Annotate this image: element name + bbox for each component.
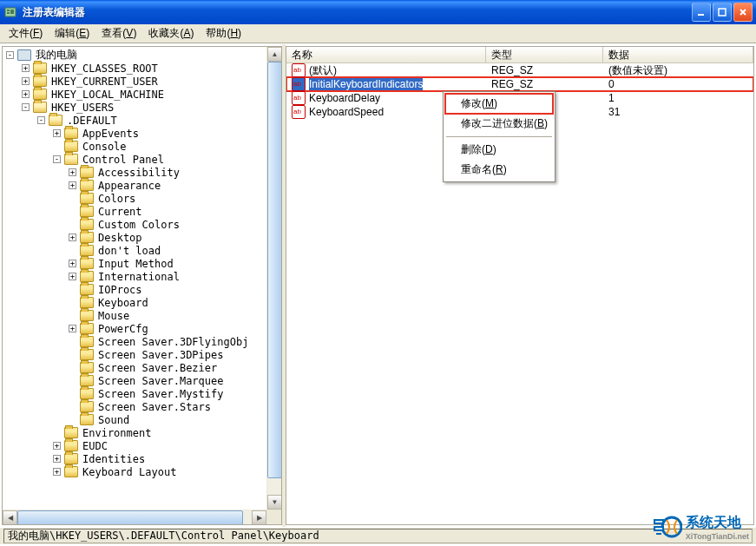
tree-node-mouse[interactable]: Mouse (4, 309, 279, 322)
string-value-icon (292, 91, 306, 105)
tree-node-keyboardLayout[interactable]: +Keyboard Layout (4, 465, 279, 478)
tree-toggle[interactable]: + (69, 168, 76, 176)
minimize-button[interactable] (692, 3, 711, 22)
tree-node-sound[interactable]: Sound (4, 413, 279, 426)
tree-node-hku[interactable]: -HKEY_USERS (4, 101, 279, 114)
tree-label: International (96, 271, 181, 283)
tree-node-hkcr[interactable]: +HKEY_CLASSES_ROOT (4, 62, 279, 75)
tree-toggle[interactable]: - (37, 116, 45, 124)
tree-scrollbar-h[interactable]: ◀ ▶ (3, 510, 266, 524)
tree-toggle[interactable]: + (53, 129, 61, 137)
close-button[interactable] (733, 3, 753, 22)
col-header-type[interactable]: 类型 (486, 47, 603, 62)
tree-toggle[interactable]: + (22, 77, 30, 85)
scroll-thumb-h[interactable] (17, 510, 243, 525)
tree-node-ssBezier[interactable]: Screen Saver.Bezier (4, 361, 279, 374)
tree-toggle[interactable]: + (69, 273, 76, 280)
tree-toggle[interactable]: + (22, 90, 30, 98)
scroll-right-button[interactable]: ▶ (252, 510, 266, 525)
tree-toggle[interactable]: + (69, 325, 76, 332)
watermark-icon (651, 511, 682, 543)
list-row[interactable]: (默认)REG_SZ(数值未设置) (286, 63, 753, 77)
tree-label: IOProcs (96, 284, 144, 296)
tree-node-identities[interactable]: +Identities (4, 452, 279, 465)
tree-toggle[interactable]: + (69, 234, 76, 241)
tree-node-controlPanel[interactable]: -Control Panel (4, 153, 279, 166)
cell-name: InitialKeyboardIndicators (286, 77, 486, 91)
col-header-name[interactable]: 名称 (286, 47, 486, 62)
tree-node-console[interactable]: Console (4, 140, 279, 153)
tree-toggle[interactable]: + (53, 442, 61, 450)
ctx-modify[interactable]: 修改(M) (445, 94, 553, 114)
scroll-up-button[interactable]: ▲ (267, 47, 282, 62)
tree-label: PowerCfg (96, 323, 150, 335)
folder-icon (64, 154, 78, 165)
col-header-data[interactable]: 数据 (603, 47, 753, 62)
folder-icon (64, 440, 78, 451)
ctx-modify-binary[interactable]: 修改二进位数据(B) (445, 114, 553, 134)
tree-toggle (69, 207, 76, 215)
tree-toggle[interactable]: + (53, 468, 61, 476)
tree-node-appearance[interactable]: +Appearance (4, 179, 279, 192)
tree-node-hkcu[interactable]: +HKEY_CURRENT_USER (4, 75, 279, 88)
tree-node-hklm[interactable]: +HKEY_LOCAL_MACHINE (4, 88, 279, 101)
tree-toggle[interactable]: + (22, 64, 30, 72)
tree-label: HKEY_CURRENT_USER (49, 76, 160, 88)
folder-icon (64, 141, 78, 152)
svg-rect-3 (10, 10, 14, 14)
tree-toggle[interactable]: + (53, 455, 61, 463)
tree-node-powerCfg[interactable]: +PowerCfg (4, 322, 279, 335)
list-row[interactable]: InitialKeyboardIndicatorsREG_SZ0 (286, 77, 753, 91)
tree-node-ss3dpipes[interactable]: Screen Saver.3DPipes (4, 348, 279, 361)
tree-node-ssStars[interactable]: Screen Saver.Stars (4, 400, 279, 413)
tree-toggle[interactable]: + (69, 181, 76, 189)
folder-icon (80, 167, 94, 178)
folder-icon (33, 76, 47, 87)
folder-icon (80, 206, 94, 217)
tree-node-eudc[interactable]: +EUDC (4, 439, 279, 452)
tree-node-environment[interactable]: Environment (4, 426, 279, 439)
folder-icon (80, 323, 94, 334)
tree-node-dontLoad[interactable]: don't load (4, 244, 279, 257)
tree-node-ioProcs[interactable]: IOProcs (4, 283, 279, 296)
tree-node-desktop[interactable]: +Desktop (4, 231, 279, 244)
tree-label: Control Panel (81, 154, 166, 166)
tree-node-inputMethod[interactable]: +Input Method (4, 257, 279, 270)
tree-node-customColors[interactable]: Custom Colors (4, 218, 279, 231)
folder-icon (80, 297, 94, 308)
tree-node-keyboard[interactable]: Keyboard (4, 296, 279, 309)
tree-node-colors[interactable]: Colors (4, 192, 279, 205)
menu-view[interactable]: 查看(V) (96, 24, 141, 43)
tree-node-default[interactable]: -.DEFAULT (4, 114, 279, 127)
tree-pane[interactable]: -我的电脑+HKEY_CLASSES_ROOT+HKEY_CURRENT_USE… (2, 46, 282, 525)
tree-node-ss3dfly[interactable]: Screen Saver.3DFlyingObj (4, 335, 279, 348)
scroll-track-h[interactable] (17, 510, 252, 524)
tree-node-international[interactable]: +International (4, 270, 279, 283)
menu-file[interactable]: 文件(F) (3, 24, 48, 43)
tree-label: Accessibility (96, 167, 181, 179)
list-pane[interactable]: 名称 类型 数据 (默认)REG_SZ(数值未设置)InitialKeyboar… (286, 46, 754, 525)
tree-toggle[interactable]: + (69, 260, 76, 267)
menu-edit[interactable]: 编辑(E) (49, 24, 95, 43)
tree-toggle (53, 142, 61, 150)
tree-node-root[interactable]: -我的电脑 (4, 49, 279, 62)
scroll-thumb-v[interactable] (267, 62, 282, 478)
scroll-down-button[interactable]: ▼ (267, 495, 282, 510)
tree-node-current[interactable]: Current (4, 205, 279, 218)
tree-scrollbar-v[interactable]: ▲ ▼ (266, 47, 281, 510)
ctx-rename[interactable]: 重命名(R) (445, 160, 553, 180)
tree-label: Custom Colors (96, 219, 181, 231)
maximize-button[interactable] (713, 3, 732, 22)
tree-toggle[interactable]: - (6, 51, 14, 59)
tree-node-appEvents[interactable]: +AppEvents (4, 127, 279, 140)
tree-node-ssMarquee[interactable]: Screen Saver.Marquee (4, 374, 279, 387)
tree-toggle[interactable]: - (22, 103, 30, 111)
menu-favorites[interactable]: 收藏夹(A) (143, 24, 199, 43)
menu-help[interactable]: 帮助(H) (201, 24, 247, 43)
ctx-delete[interactable]: 删除(D) (445, 140, 553, 160)
scroll-left-button[interactable]: ◀ (3, 510, 17, 525)
tree-toggle[interactable]: - (53, 155, 61, 163)
tree-node-accessibility[interactable]: +Accessibility (4, 166, 279, 179)
svg-point-6 (662, 517, 681, 536)
tree-node-ssMystify[interactable]: Screen Saver.Mystify (4, 387, 279, 400)
